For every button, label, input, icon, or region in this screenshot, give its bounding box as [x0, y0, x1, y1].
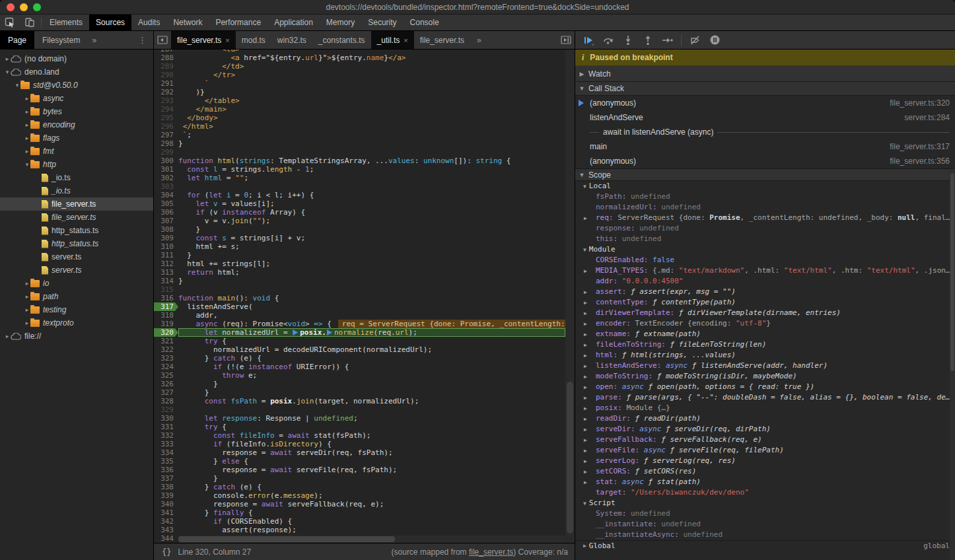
line-number[interactable]: 313 — [154, 268, 178, 277]
call-stack-frame[interactable]: (anonymous)file_server.ts:356 — [575, 154, 955, 168]
scope-var-dirViewerTemplate[interactable]: ▶dirViewerTemplate: ƒ dirViewerTemplate(… — [575, 308, 955, 318]
tree-item-server.ts[interactable]: server.ts — [0, 263, 153, 277]
step-out-button[interactable] — [639, 32, 657, 48]
tree-item-http[interactable]: ▾http — [0, 158, 153, 171]
tree-item-file_server.ts[interactable]: file_server.ts — [0, 197, 153, 211]
chevron-right-icon[interactable]: ▶ — [584, 456, 587, 466]
pause-on-exceptions-button[interactable] — [705, 32, 724, 48]
scope-var-parse[interactable]: ▶parse: ƒ parse(args, { "--": doubleDash… — [575, 392, 955, 403]
line-number[interactable]: 343 — [154, 526, 178, 534]
panel-tab-audits[interactable]: Audits — [131, 15, 166, 30]
call-stack-frame[interactable]: (anonymous)file_server.ts:320 — [575, 96, 955, 110]
line-number[interactable]: 316 — [154, 294, 178, 302]
line-number[interactable]: 329 — [154, 405, 178, 414]
call-stack-frame[interactable]: listenAndServeserver.ts:284 — [575, 110, 955, 125]
line-number[interactable]: 312 — [154, 260, 178, 268]
line-number[interactable]: 296 — [154, 122, 178, 131]
line-number[interactable]: 308 — [154, 225, 178, 234]
scope-var-listenAndServe[interactable]: ▶listenAndServe: async ƒ listenAndServe(… — [575, 361, 955, 371]
line-number[interactable]: 323 — [154, 354, 178, 363]
line-number[interactable]: 327 — [154, 388, 178, 397]
editor-tab-win32.ts[interactable]: win32.ts — [271, 31, 312, 49]
tree-item-file---[interactable]: ▸file:// — [0, 330, 153, 343]
tree-item-textproto[interactable]: ▸textproto — [0, 316, 153, 330]
scope-var-MEDIA_TYPES[interactable]: ▶MEDIA_TYPES: {.md: "text/markdown", .ht… — [575, 265, 955, 276]
editor-horizontal-scrollbar[interactable] — [178, 536, 565, 543]
line-number[interactable]: 309 — [154, 234, 178, 242]
chevron-right-icon[interactable]: ▶ — [584, 393, 587, 403]
chevron-right-icon[interactable]: ▶ — [584, 330, 587, 339]
tree-item-_io.ts[interactable]: _io.ts — [0, 171, 153, 184]
line-number[interactable]: 307 — [154, 217, 178, 225]
line-number[interactable]: 311 — [154, 251, 178, 260]
chevron-right-icon[interactable]: ▸ — [4, 333, 11, 339]
chevron-right-icon[interactable]: ▶ — [584, 372, 587, 382]
editor-tab-_util.ts[interactable]: _util.ts× — [371, 31, 414, 49]
line-number[interactable]: 325 — [154, 371, 178, 380]
tree-item--no-domain-[interactable]: ▸(no domain) — [0, 52, 153, 65]
scope-var-html[interactable]: ▶html: ƒ html(strings, ...values) — [575, 350, 955, 361]
line-number[interactable]: 295 — [154, 114, 178, 122]
scope-var-contentType[interactable]: ▶contentType: ƒ contentType(path) — [575, 297, 955, 308]
show-debugger-panel-icon[interactable] — [557, 31, 575, 49]
chevron-right-icon[interactable]: ▸ — [24, 148, 30, 155]
code-editor[interactable]: 287 <td>288 <a href="${entry.url}">${ent… — [154, 50, 565, 543]
line-number[interactable]: 297 — [154, 131, 178, 139]
chevron-right-icon[interactable]: ▸ — [24, 122, 30, 128]
scope-scrollbar[interactable] — [950, 170, 955, 560]
scope-var-serveDir[interactable]: ▶serveDir: async ƒ serveDir(req, dirPath… — [575, 424, 955, 435]
line-number[interactable]: 299 — [154, 148, 178, 157]
chevron-down-icon[interactable]: ▾ — [14, 82, 20, 88]
line-number[interactable]: 293 — [154, 96, 178, 105]
editor-tab-_constants.ts[interactable]: _constants.ts — [312, 31, 371, 49]
editor-tab-file_server.ts[interactable]: file_server.ts — [414, 31, 470, 49]
breakpoint-marker[interactable]: 320 — [154, 328, 178, 337]
chevron-right-icon[interactable]: ▶ — [584, 266, 587, 276]
chevron-right-icon[interactable]: ▶ — [584, 382, 587, 392]
line-number[interactable]: 301 — [154, 165, 178, 174]
scope-group-global[interactable]: ▶Globalglobal — [575, 540, 955, 551]
panel-tab-network[interactable]: Network — [166, 15, 209, 30]
close-tab-icon[interactable]: × — [225, 36, 229, 44]
chevron-right-icon[interactable]: ▶ — [584, 446, 587, 456]
line-number[interactable]: 314 — [154, 277, 178, 285]
chevron-right-icon[interactable]: ▸ — [24, 293, 30, 300]
tree-item-http_status.ts[interactable]: http_status.ts — [0, 224, 153, 237]
line-number[interactable]: 326 — [154, 380, 178, 388]
tree-item-testing[interactable]: ▸testing — [0, 303, 153, 316]
resume-script-button[interactable] — [579, 32, 598, 48]
line-number[interactable]: 328 — [154, 397, 178, 405]
line-number[interactable]: 303 — [154, 182, 178, 191]
line-number[interactable]: 337 — [154, 474, 178, 483]
scope-group-script[interactable]: ▼Script — [575, 498, 955, 508]
line-number[interactable]: 291 — [154, 79, 178, 88]
line-number[interactable]: 333 — [154, 440, 178, 448]
line-number[interactable]: 332 — [154, 431, 178, 440]
scope-section-header[interactable]: ▼ Scope — [575, 168, 955, 181]
chevron-right-icon[interactable]: ▸ — [4, 55, 11, 62]
tree-item-path[interactable]: ▸path — [0, 290, 153, 303]
scope-var-modeToString[interactable]: ▶modeToString: ƒ modeToString(isDir, may… — [575, 371, 955, 382]
line-number[interactable]: 330 — [154, 414, 178, 423]
step-into-marker-icon[interactable] — [293, 330, 298, 335]
deactivate-breakpoints-button[interactable] — [686, 32, 704, 48]
chevron-right-icon[interactable]: ▶ — [584, 308, 587, 318]
line-number[interactable]: 304 — [154, 191, 178, 199]
pretty-print-icon[interactable]: {} — [162, 547, 171, 557]
tree-item-_io.ts[interactable]: _io.ts — [0, 184, 153, 197]
tab-filesystem[interactable]: Filesystem — [34, 31, 88, 49]
editor-tab-mod.ts[interactable]: mod.ts — [236, 31, 271, 49]
line-number[interactable]: 318 — [154, 311, 178, 320]
device-toolbar-icon[interactable] — [20, 15, 40, 30]
scope-group-local[interactable]: ▼Local — [575, 181, 955, 192]
line-number[interactable]: 305 — [154, 199, 178, 208]
panel-tab-performance[interactable]: Performance — [209, 15, 267, 30]
chevron-right-icon[interactable]: ▸ — [24, 320, 30, 326]
line-number[interactable]: 310 — [154, 242, 178, 251]
chevron-right-icon[interactable]: ▶ — [584, 425, 587, 435]
chevron-right-icon[interactable]: ▸ — [24, 95, 30, 102]
scope-var-setCORS[interactable]: ▶setCORS: ƒ setCORS(res) — [575, 466, 955, 477]
chevron-right-icon[interactable]: ▶ — [584, 351, 587, 361]
step-over-button[interactable] — [599, 32, 618, 48]
chevron-right-icon[interactable]: ▶ — [584, 340, 587, 350]
